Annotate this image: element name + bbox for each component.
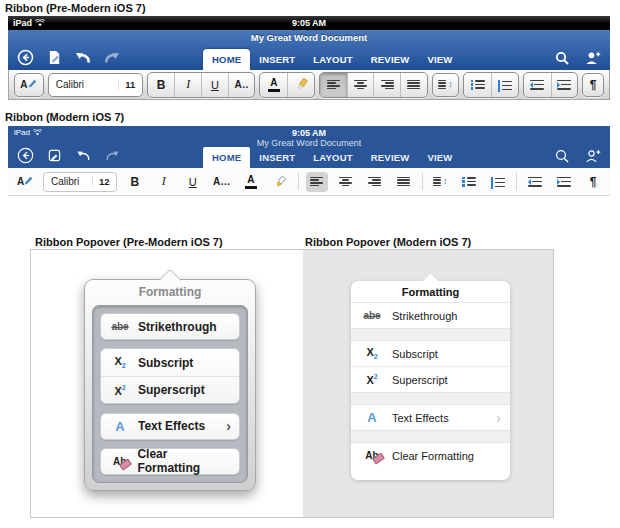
clear-formatting-icon: Ab — [113, 456, 126, 467]
underline-button[interactable]: U — [182, 172, 204, 192]
highlight-button[interactable] — [287, 73, 314, 97]
outdent-button[interactable] — [524, 73, 551, 97]
tab-home[interactable]: HOME — [203, 49, 250, 70]
indent-button[interactable] — [553, 172, 575, 192]
align-center-icon — [339, 177, 352, 187]
tab-home[interactable]: HOME — [203, 147, 250, 168]
text-effects-item[interactable]: A Text Effects › — [351, 405, 510, 430]
subscript-item[interactable]: X2 Subscript — [101, 349, 239, 376]
superscript-item[interactable]: X2 Superscript — [101, 376, 239, 403]
format-painter-button[interactable]: A — [14, 172, 36, 192]
highlight-button[interactable] — [269, 172, 291, 192]
bold-button[interactable]: B — [148, 73, 175, 97]
indent-icon — [557, 80, 571, 90]
undo-icon — [76, 150, 91, 162]
search-button[interactable] — [553, 147, 571, 165]
divider — [516, 173, 517, 190]
bullet-list-button[interactable] — [458, 172, 480, 192]
tab-insert[interactable]: INSERT — [250, 147, 304, 168]
undo-button[interactable] — [74, 49, 92, 67]
font-picker[interactable]: Calibri 12 — [43, 172, 117, 192]
align-center-button[interactable] — [347, 73, 374, 97]
formatting-toolbar: A Calibri 11 B I U A.. A — [8, 70, 610, 100]
strikethrough-item[interactable]: abe Strikethrough — [351, 303, 510, 328]
tab-view[interactable]: VIEW — [418, 147, 461, 168]
clear-formatting-item[interactable]: Ab Clear Formatting — [100, 448, 240, 475]
italic-button[interactable]: I — [174, 73, 201, 97]
subscript-item[interactable]: X2 Subscript — [351, 341, 510, 366]
align-justify-button[interactable] — [393, 172, 415, 192]
strikethrough-item[interactable]: abe Strikethrough — [100, 313, 240, 340]
italic-button[interactable]: I — [153, 172, 175, 192]
tab-view[interactable]: VIEW — [418, 49, 461, 70]
superscript-item[interactable]: X2 Superscript — [351, 367, 510, 392]
align-left-button[interactable] — [306, 172, 328, 192]
ribbon-tab-bar: HOME INSERT LAYOUT REVIEW VIEW — [8, 143, 610, 168]
numbered-list-button[interactable] — [491, 73, 518, 97]
document-title: My Great Word Document — [251, 32, 367, 43]
text-effects-label: Text Effects — [392, 412, 449, 424]
align-center-button[interactable] — [335, 172, 357, 192]
align-right-icon — [368, 177, 381, 187]
ribbon-tabs: HOME INSERT LAYOUT REVIEW VIEW — [203, 49, 462, 70]
ribbon-modern: iPad 9:05 AM My Great Word Document HOME… — [8, 126, 610, 196]
align-right-button[interactable] — [364, 172, 386, 192]
clear-formatting-label: Clear Formatting — [137, 447, 231, 475]
pilcrow-button[interactable]: ¶ — [582, 172, 604, 192]
back-button[interactable] — [16, 49, 34, 67]
font-picker[interactable]: Calibri 11 — [48, 73, 143, 97]
label-ribbon-premodern: Ribbon (Pre-Modern iOS 7) — [5, 2, 146, 14]
popover-title: Formatting — [85, 280, 255, 304]
back-button[interactable] — [16, 147, 34, 165]
tab-layout[interactable]: LAYOUT — [304, 49, 361, 70]
tab-review[interactable]: REVIEW — [362, 49, 419, 70]
tab-review[interactable]: REVIEW — [362, 147, 419, 168]
outdent-button[interactable] — [524, 172, 546, 192]
popover-panel-premodern: Formatting abe Strikethrough X2 Subscrip… — [31, 250, 303, 517]
add-person-button[interactable] — [584, 147, 602, 165]
bullet-list-button[interactable] — [464, 73, 491, 97]
char-formats-button[interactable]: A... — [211, 172, 233, 192]
text-effects-item[interactable]: A Text Effects › — [100, 413, 240, 440]
indent-group — [523, 72, 578, 98]
bullet-list-icon — [462, 177, 476, 187]
clear-formatting-item[interactable]: Ab Clear Formatting — [351, 443, 510, 468]
char-formats-button[interactable]: A.. — [228, 73, 255, 97]
status-time: 9:05 AM — [8, 128, 610, 138]
back-icon — [17, 49, 34, 66]
undo-button[interactable] — [74, 147, 92, 165]
font-color-button[interactable]: A — [260, 73, 287, 97]
underline-button[interactable]: U — [201, 73, 228, 97]
label-ribbon-modern: Ribbon (Modern iOS 7) — [5, 111, 124, 123]
numbered-list-icon — [491, 177, 505, 187]
add-person-icon — [585, 149, 601, 163]
superscript-icon: X2 — [114, 384, 125, 397]
align-justify-button[interactable] — [400, 73, 427, 97]
redo-icon — [104, 52, 120, 64]
font-color-icon: A — [245, 175, 257, 189]
tab-insert[interactable]: INSERT — [250, 49, 304, 70]
font-color-icon: A — [268, 78, 280, 92]
search-button[interactable] — [553, 49, 571, 67]
file-button[interactable] — [45, 49, 63, 67]
bold-button[interactable]: B — [124, 172, 146, 192]
numbered-list-button[interactable] — [487, 172, 509, 192]
pilcrow-button[interactable]: ¶ — [582, 73, 604, 97]
document-title-bar: My Great Word Document — [8, 30, 610, 45]
tab-layout[interactable]: LAYOUT — [304, 147, 361, 168]
font-color-button[interactable]: A — [240, 172, 262, 192]
formatting-toolbar: A Calibri 12 B I U A... A ↕ — [8, 168, 610, 196]
line-spacing-button[interactable]: ↕ — [432, 73, 460, 97]
outdent-icon — [528, 177, 542, 187]
add-person-button[interactable] — [584, 49, 602, 67]
align-left-button[interactable] — [320, 73, 347, 97]
indent-button[interactable] — [551, 73, 578, 97]
line-spacing-button[interactable]: ↕ — [429, 172, 451, 192]
align-right-button[interactable] — [373, 73, 400, 97]
format-painter-button[interactable]: A — [14, 73, 44, 97]
redo-button[interactable] — [103, 49, 121, 67]
file-button[interactable] — [45, 147, 63, 165]
status-time: 9:05 AM — [8, 18, 610, 28]
redo-button[interactable] — [103, 147, 121, 165]
strikethrough-icon: abe — [111, 321, 128, 332]
